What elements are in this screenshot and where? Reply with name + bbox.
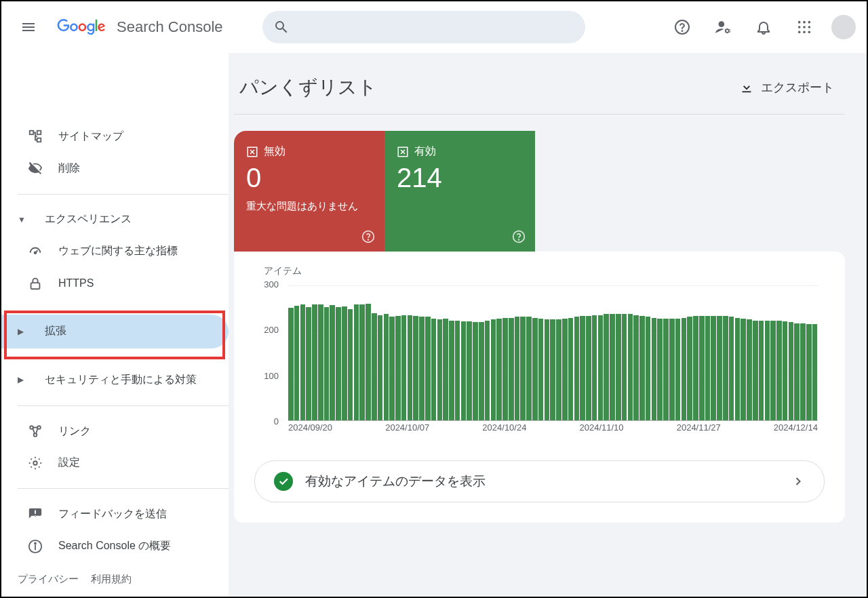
card-help-button[interactable] xyxy=(512,230,526,243)
help-icon xyxy=(512,230,526,243)
svg-point-6 xyxy=(808,21,811,24)
gear-icon xyxy=(27,455,43,471)
svg-point-16 xyxy=(35,252,37,254)
sidebar-section-experience[interactable]: ▼ エクスペリエンス xyxy=(1,204,229,236)
svg-point-10 xyxy=(798,31,801,34)
chart-plot xyxy=(288,285,818,421)
svg-point-4 xyxy=(798,21,801,24)
sidebar-item-label: 削除 xyxy=(58,161,80,176)
svg-rect-17 xyxy=(31,283,40,289)
y-tick: 300 xyxy=(264,279,279,290)
app-header: Search Console xyxy=(1,1,867,53)
help-icon xyxy=(361,230,375,243)
y-tick: 0 xyxy=(274,416,279,426)
sidebar-item-feedback[interactable]: フィードバックを送信 xyxy=(1,498,229,530)
svg-point-1 xyxy=(682,31,683,31)
links-icon xyxy=(27,423,43,439)
sidebar-item-https[interactable]: HTTPS xyxy=(1,267,229,299)
sidebar-item-sitemaps[interactable]: サイトマップ xyxy=(1,121,229,153)
user-settings-icon xyxy=(714,18,732,36)
sitemap-icon xyxy=(27,128,43,144)
check-box-icon xyxy=(397,146,409,158)
view-valid-data-button[interactable]: 有効なアイテムのデータを表示 xyxy=(254,460,825,502)
x-tick: 2024/11/10 xyxy=(580,422,624,436)
x-axis: 2024/09/20 2024/10/07 2024/10/24 2024/11… xyxy=(288,422,818,436)
manage-users-button[interactable] xyxy=(709,14,736,41)
sidebar-item-links[interactable]: リンク xyxy=(1,416,229,447)
section-label: エクスペリエンス xyxy=(45,212,132,226)
sidebar-item-label: HTTPS xyxy=(58,277,94,290)
sidebar-item-label: Search Console の概要 xyxy=(58,539,171,553)
chart-area: 300 200 100 0 2024/09/20 xyxy=(254,280,825,436)
sidebar-item-label: サイトマップ xyxy=(58,129,123,144)
menu-button[interactable] xyxy=(12,11,45,43)
apps-button[interactable] xyxy=(791,14,818,41)
help-button[interactable] xyxy=(669,14,696,41)
chevron-right-icon xyxy=(791,475,805,488)
chevron-right-icon: ▶ xyxy=(18,375,26,384)
sidebar-item-core-web-vitals[interactable]: ウェブに関する主な指標 xyxy=(1,235,229,267)
status-card-valid[interactable]: 有効 214 xyxy=(384,131,535,252)
view-button-label: 有効なアイテムのデータを表示 xyxy=(305,473,779,490)
bell-icon xyxy=(755,19,772,35)
sidebar-section-enhancements[interactable]: ▶ 拡張 xyxy=(1,315,229,348)
svg-point-23 xyxy=(35,542,36,544)
svg-rect-13 xyxy=(30,131,34,135)
status-and-chart: 無効 0 重大な問題はありません 有効 214 xyxy=(234,131,845,523)
valid-count: 214 xyxy=(397,163,523,193)
sidebar: サイトマップ 削除 ▼ エクスペリエンス ウェブに関する主な指標 HTTPS xyxy=(1,53,229,597)
svg-point-2 xyxy=(719,21,725,27)
gauge-icon xyxy=(27,243,43,260)
svg-point-21 xyxy=(33,461,37,465)
logo-text: Search Console xyxy=(117,18,223,36)
svg-point-3 xyxy=(726,29,729,33)
account-avatar[interactable] xyxy=(831,15,856,39)
y-tick: 200 xyxy=(264,325,279,335)
invalid-count: 0 xyxy=(246,163,372,193)
export-label: エクスポート xyxy=(761,79,834,96)
chevron-down-icon: ▼ xyxy=(18,215,26,224)
search-icon xyxy=(273,19,290,35)
sidebar-item-about[interactable]: Search Console の概要 xyxy=(1,530,229,562)
section-label: 拡張 xyxy=(45,324,66,338)
valid-label: 有効 xyxy=(414,144,436,159)
status-card-invalid[interactable]: 無効 0 重大な問題はありません xyxy=(234,131,384,252)
page-title: パンくずリスト xyxy=(239,75,377,100)
svg-point-9 xyxy=(808,26,811,28)
sidebar-item-removals[interactable]: 削除 xyxy=(1,153,229,184)
svg-point-8 xyxy=(803,26,806,28)
header-actions xyxy=(669,14,856,41)
page-header: パンくずリスト エクスポート xyxy=(234,69,845,114)
x-tick: 2024/11/27 xyxy=(677,422,721,436)
sidebar-item-label: ウェブに関する主な指標 xyxy=(58,244,178,258)
x-tick: 2024/12/14 xyxy=(774,422,818,436)
x-tick: 2024/10/07 xyxy=(385,422,429,436)
sidebar-section-security[interactable]: ▶ セキュリティと手動による対策 xyxy=(1,364,229,396)
section-label: セキュリティと手動による対策 xyxy=(45,373,197,387)
notifications-button[interactable] xyxy=(750,14,777,41)
svg-point-12 xyxy=(808,31,811,34)
apps-grid-icon xyxy=(797,20,812,35)
hamburger-icon xyxy=(20,19,37,35)
svg-point-26 xyxy=(368,239,369,240)
privacy-link[interactable]: プライバシー xyxy=(18,573,79,586)
app-logo[interactable]: Search Console xyxy=(50,18,223,36)
invalid-label: 無効 xyxy=(264,144,285,159)
export-button[interactable]: エクスポート xyxy=(739,79,834,96)
search-input[interactable] xyxy=(262,11,585,43)
lock-icon xyxy=(27,275,43,292)
terms-link[interactable]: 利用規約 xyxy=(91,573,132,586)
svg-rect-14 xyxy=(37,131,41,135)
download-icon xyxy=(739,80,754,95)
x-tick: 2024/10/24 xyxy=(482,422,526,436)
error-box-icon xyxy=(246,146,258,158)
svg-point-5 xyxy=(803,21,806,24)
status-cards: 無効 0 重大な問題はありません 有効 214 xyxy=(234,131,845,252)
sidebar-item-settings[interactable]: 設定 xyxy=(1,447,229,479)
svg-point-7 xyxy=(798,26,801,28)
sidebar-footer: プライバシー 利用規約 xyxy=(1,562,229,597)
invalid-subtext: 重大な問題はありません xyxy=(246,199,372,213)
card-help-button[interactable] xyxy=(361,230,375,243)
sidebar-item-label: 設定 xyxy=(58,456,80,470)
x-tick: 2024/09/20 xyxy=(288,422,332,436)
